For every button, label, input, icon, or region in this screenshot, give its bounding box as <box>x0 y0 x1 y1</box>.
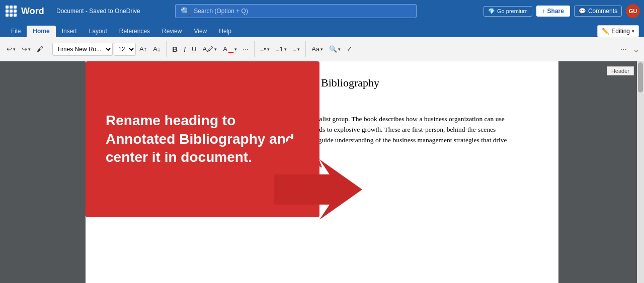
search-input[interactable] <box>194 8 411 15</box>
premium-button[interactable]: 💎 Go premium <box>484 6 532 17</box>
diamond-icon: 💎 <box>488 8 495 15</box>
tab-references[interactable]: References <box>113 26 156 37</box>
more-ribbon-button[interactable]: ··· <box>618 41 629 57</box>
bibliography-entry: Doerr, John. Measure What Matters. Pengu… <box>143 104 508 156</box>
tab-layout[interactable]: Layout <box>83 26 113 37</box>
search-icon: 🔍 <box>181 7 191 16</box>
search-box[interactable]: 🔍 <box>175 4 417 18</box>
tab-review[interactable]: Review <box>156 26 188 37</box>
header-label: Header <box>607 66 634 75</box>
chevron-down-icon: ▾ <box>632 29 634 34</box>
list-group: ≡•▾ ≡1▾ ≡▾ <box>258 41 306 57</box>
font-color-button[interactable]: A▁▾ <box>220 41 239 57</box>
tab-insert[interactable]: Insert <box>56 26 83 37</box>
more-text-button[interactable]: ··· <box>240 41 251 57</box>
bib-annotation: This book is written by Doerr, who is th… <box>143 114 508 156</box>
tab-file[interactable]: File <box>5 26 27 37</box>
ribbon-tabs: File Home Insert Layout References Revie… <box>0 22 644 37</box>
bold-button[interactable]: B <box>170 41 180 57</box>
ribbon-toolbar: ↩▾ ↪▾ 🖌 Times New Ro... 12 A↑ A↓ B I U A… <box>0 37 644 61</box>
highlight-button[interactable]: A🖊▾ <box>200 41 219 57</box>
text-style-button[interactable]: Aa▾ <box>309 41 326 57</box>
scrollbar-thumb[interactable] <box>638 62 643 92</box>
document-content: Annotated Bibliography Doerr, John. Meas… <box>86 61 558 174</box>
collapse-ribbon-icon[interactable]: ⌄ <box>632 44 640 55</box>
share-button[interactable]: ↑ Share <box>536 6 570 17</box>
share-icon: ↑ <box>542 8 545 15</box>
bullet-list-button[interactable]: ≡•▾ <box>258 41 272 57</box>
waffle-icon[interactable] <box>4 4 18 18</box>
tab-home[interactable]: Home <box>27 26 55 37</box>
italic-button[interactable]: I <box>181 41 188 57</box>
document-page: Rename heading to Annotated Bibliography… <box>86 61 558 283</box>
align-button[interactable]: ≡▾ <box>290 41 303 57</box>
comment-icon: 💬 <box>579 8 586 15</box>
decrease-font-button[interactable]: A↓ <box>150 41 163 57</box>
right-panel: Header <box>558 61 644 283</box>
undo-group: ↩▾ ↪▾ 🖌 <box>4 41 49 57</box>
scrollbar[interactable] <box>637 61 644 283</box>
undo-button[interactable]: ↩▾ <box>4 41 18 57</box>
title-bar: Word Document - Saved to OneDrive 🔍 💎 Go… <box>0 0 644 22</box>
increase-font-button[interactable]: A↑ <box>137 41 149 57</box>
numbered-list-button[interactable]: ≡1▾ <box>273 41 289 57</box>
underline-button[interactable]: U <box>189 41 199 57</box>
bib-author: Doerr, John. <box>143 105 179 112</box>
tab-help[interactable]: Help <box>213 26 237 37</box>
app-name: Word <box>21 6 51 17</box>
bib-citation-line: Doerr, John. Measure What Matters. Pengu… <box>143 104 508 114</box>
font-size-select[interactable]: 12 <box>114 43 136 56</box>
doc-title: Document - Saved to OneDrive <box>56 8 140 15</box>
font-name-select[interactable]: Times New Ro... <box>52 43 113 56</box>
editor-button[interactable]: ✓ <box>344 41 355 57</box>
comments-button[interactable]: 💬 Comments <box>574 6 622 17</box>
style-group: Aa▾ 🔍▾ ✓ <box>309 41 358 57</box>
tab-view[interactable]: View <box>188 26 213 37</box>
title-bar-content: Word Document - Saved to OneDrive 🔍 💎 Go… <box>4 4 640 18</box>
text-format-group: B I U A🖊▾ A▁▾ ··· <box>170 41 254 57</box>
editing-button[interactable]: ✏️ Editing ▾ <box>597 25 639 37</box>
pencil-icon: ✏️ <box>602 28 609 35</box>
format-painter-button[interactable]: 🖌 <box>34 41 46 57</box>
avatar[interactable]: GU <box>626 4 640 18</box>
find-button[interactable]: 🔍▾ <box>327 41 343 57</box>
document-area: Rename heading to Annotated Bibliography… <box>0 61 644 283</box>
bib-title: Measure What Matters <box>179 105 241 112</box>
document-heading: Annotated Bibliography <box>143 76 508 89</box>
redo-button[interactable]: ↪▾ <box>19 41 33 57</box>
font-group: Times New Ro... 12 A↑ A↓ <box>52 41 167 57</box>
title-bar-actions: 💎 Go premium ↑ Share 💬 Comments GU <box>484 4 640 18</box>
left-margin <box>0 61 86 283</box>
bib-rest: . Penguin, 2018. <box>241 105 285 112</box>
